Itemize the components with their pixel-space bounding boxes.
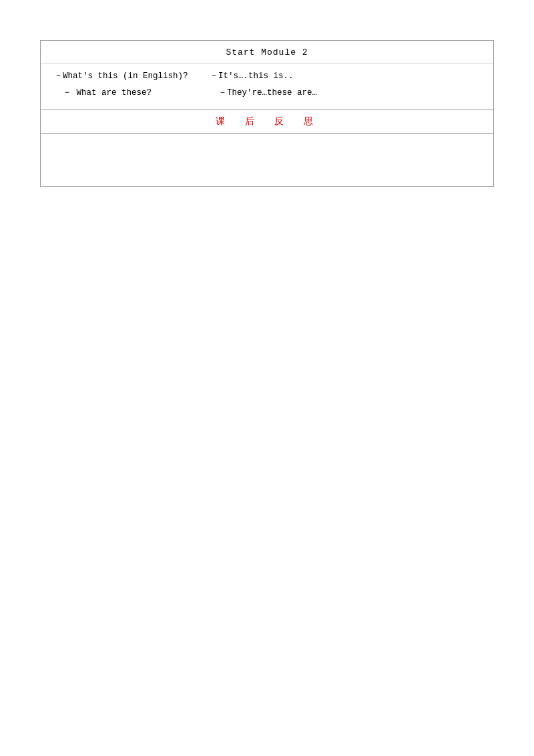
notes-section — [41, 133, 493, 186]
content-col2-line2: －They're…these are… — [201, 85, 480, 101]
content-line-2: － What are these? －They're…these are… — [54, 85, 480, 101]
content-col1-line2: － What are these? — [54, 85, 201, 101]
title-section: Start Module 2 — [41, 41, 493, 63]
reflection-section: 课 后 反 思 — [41, 110, 493, 133]
content-section: －What's this (in English)? －It's….this i… — [41, 63, 493, 110]
content-col1-line1: －What's this (in English)? — [54, 69, 201, 84]
content-col2-line1: －It's….this is.. — [201, 69, 480, 84]
reflection-title: 课 后 反 思 — [216, 116, 318, 126]
content-line-1: －What's this (in English)? －It's….this i… — [54, 69, 480, 84]
page-wrapper: Start Module 2 －What's this (in English)… — [0, 0, 534, 227]
module-title: Start Module 2 — [226, 47, 308, 57]
main-box: Start Module 2 －What's this (in English)… — [40, 40, 494, 187]
